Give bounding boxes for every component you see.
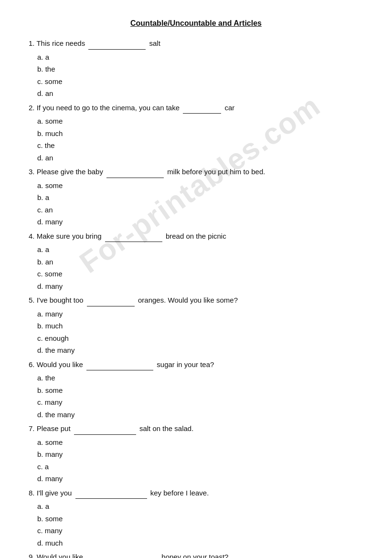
question-block-8: 8. I'll give you key before I leave.a. a…: [29, 488, 363, 549]
option-5-2: b. much: [37, 320, 363, 332]
question-before-blank-4: Make sure you bring: [37, 232, 102, 240]
options-7: a. someb. manyc. ad. many: [37, 436, 363, 485]
question-text-7: 7. Please put salt on the salad.: [29, 423, 363, 435]
question-text-1: 1. This rice needs salt: [29, 38, 363, 50]
question-number-7: 7.: [29, 424, 35, 432]
page-title: Countable/Uncountable and Articles: [29, 19, 363, 28]
options-6: a. theb. somec. manyd. the many: [37, 372, 363, 421]
question-block-3: 3. Please give the baby milk before you …: [29, 167, 363, 228]
option-5-4: d. the many: [37, 344, 363, 357]
question-number-5: 5.: [29, 296, 35, 304]
option-7-2: b. many: [37, 448, 363, 461]
option-1-1: a. a: [37, 51, 363, 63]
blank-4: [105, 231, 162, 242]
question-before-blank-9: Would you like: [37, 553, 83, 558]
question-before-blank-8: I'll give you: [37, 489, 72, 497]
question-after-blank-7: salt on the salad.: [139, 424, 193, 432]
option-6-2: b. some: [37, 384, 363, 397]
question-before-blank-3: Please give the baby: [37, 168, 103, 176]
option-6-4: d. the many: [37, 409, 363, 421]
question-after-blank-9: honey on your toast?: [161, 553, 228, 558]
option-6-1: a. the: [37, 372, 363, 384]
option-3-2: b. a: [37, 191, 363, 204]
option-2-1: a. some: [37, 115, 363, 127]
question-block-6: 6. Would you like sugar in your tea?a. t…: [29, 359, 363, 421]
questions-container: 1. This rice needs salta. ab. thec. some…: [29, 38, 363, 558]
question-after-blank-6: sugar in your tea?: [157, 360, 214, 368]
question-before-blank-1: This rice needs: [36, 39, 85, 47]
option-8-3: c. many: [37, 525, 363, 537]
option-1-3: c. some: [37, 75, 363, 88]
question-text-2: 2. If you need to go to the cinema, you …: [29, 103, 363, 114]
question-before-blank-2: If you need to go to the cinema, you can…: [37, 104, 180, 112]
options-1: a. ab. thec. somed. an: [37, 51, 363, 100]
option-4-1: a. a: [37, 243, 363, 256]
question-after-blank-3: milk before you put him to bed.: [167, 168, 265, 176]
question-block-1: 1. This rice needs salta. ab. thec. some…: [29, 38, 363, 100]
question-number-8: 8.: [29, 489, 35, 497]
options-8: a. ab. somec. manyd. much: [37, 500, 363, 549]
question-text-4: 4. Make sure you bring bread on the picn…: [29, 231, 363, 242]
question-after-blank-5: oranges. Would you like some?: [138, 296, 238, 304]
question-before-blank-6: Would you like: [37, 360, 83, 368]
option-8-4: d. much: [37, 537, 363, 549]
option-7-3: c. a: [37, 461, 363, 473]
question-block-7: 7. Please put salt on the salad.a. someb…: [29, 423, 363, 485]
options-5: a. manyb. muchc. enoughd. the many: [37, 308, 363, 357]
question-before-blank-7: Please put: [37, 424, 71, 432]
question-number-4: 4.: [29, 232, 35, 240]
option-4-4: d. many: [37, 280, 363, 293]
question-after-blank-1: salt: [149, 39, 160, 47]
question-text-8: 8. I'll give you key before I leave.: [29, 488, 363, 499]
option-2-4: d. an: [37, 152, 363, 164]
option-3-1: a. some: [37, 179, 363, 192]
blank-3: [106, 167, 164, 178]
option-8-2: b. some: [37, 513, 363, 525]
blank-7: [74, 423, 136, 435]
option-4-3: c. some: [37, 268, 363, 280]
blank-5: [87, 295, 135, 306]
option-4-2: b. an: [37, 256, 363, 268]
option-3-3: c. an: [37, 204, 363, 216]
question-after-blank-4: bread on the picnic: [166, 232, 226, 240]
option-5-3: c. enough: [37, 332, 363, 345]
blank-1: [88, 38, 146, 50]
question-text-6: 6. Would you like sugar in your tea?: [29, 359, 363, 371]
option-7-1: a. some: [37, 436, 363, 449]
option-5-1: a. many: [37, 308, 363, 320]
question-block-4: 4. Make sure you bring bread on the picn…: [29, 231, 363, 293]
option-1-2: b. the: [37, 63, 363, 75]
option-2-3: c. the: [37, 139, 363, 152]
blank-6: [86, 359, 153, 371]
question-number-1: 1.: [29, 39, 35, 47]
option-3-4: d. many: [37, 216, 363, 228]
option-1-4: d. an: [37, 87, 363, 100]
question-number-3: 3.: [29, 168, 35, 176]
question-text-5: 5. I've bought too oranges. Would you li…: [29, 295, 363, 306]
option-8-1: a. a: [37, 500, 363, 513]
question-text-3: 3. Please give the baby milk before you …: [29, 167, 363, 178]
question-block-2: 2. If you need to go to the cinema, you …: [29, 103, 363, 164]
question-block-9: 9. Would you like honey on your toast?a.…: [29, 552, 363, 558]
options-4: a. ab. anc. somed. many: [37, 243, 363, 292]
blank-9: [86, 552, 158, 558]
question-after-blank-8: key before I leave.: [150, 489, 209, 497]
blank-2: [183, 103, 221, 114]
question-after-blank-2: car: [224, 104, 234, 112]
options-2: a. someb. muchc. thed. an: [37, 115, 363, 164]
question-number-9: 9.: [29, 553, 35, 558]
option-6-3: c. many: [37, 396, 363, 409]
option-2-2: b. much: [37, 127, 363, 140]
blank-8: [75, 488, 147, 499]
question-text-9: 9. Would you like honey on your toast?: [29, 552, 363, 558]
question-number-6: 6.: [29, 360, 35, 368]
question-number-2: 2.: [29, 104, 35, 112]
options-3: a. someb. ac. and. many: [37, 179, 363, 228]
question-block-5: 5. I've bought too oranges. Would you li…: [29, 295, 363, 357]
question-before-blank-5: I've bought too: [37, 296, 84, 304]
option-7-4: d. many: [37, 473, 363, 485]
